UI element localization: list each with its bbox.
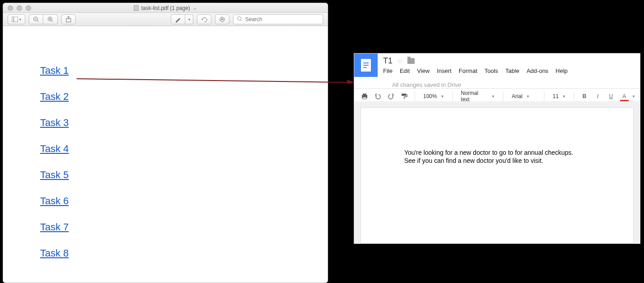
zoom-in-icon — [47, 16, 54, 22]
chevron-down-icon: ▼ — [526, 94, 530, 99]
preview-window: task-list.pdf (1 page) ⌄ ▾ — [3, 3, 328, 283]
bold-button[interactable]: B — [579, 90, 590, 102]
close-window-button[interactable] — [8, 5, 13, 11]
zoom-value: 100% — [423, 93, 437, 99]
star-icon[interactable]: ☆ — [397, 57, 403, 65]
menu-table[interactable]: Table — [505, 67, 519, 74]
markup-toggle-button[interactable] — [215, 14, 229, 24]
svg-line-13 — [241, 20, 242, 21]
window-title-text: task-list.pdf (1 page) — [141, 5, 190, 11]
chevron-down-icon: ▼ — [562, 94, 566, 99]
task-link-1[interactable]: Task 1 — [40, 65, 69, 76]
pdf-icon — [134, 5, 138, 11]
annotate-button[interactable] — [171, 14, 185, 24]
font-size-value: 11 — [553, 93, 558, 99]
sidebar-toggle-button[interactable]: ▾ — [8, 14, 25, 24]
docs-logo[interactable] — [354, 54, 378, 77]
chevron-down-icon[interactable]: ▼ — [632, 94, 635, 99]
window-title[interactable]: task-list.pdf (1 page) ⌄ — [134, 5, 197, 11]
document-canvas: You're looking for a new doctor to go to… — [354, 101, 640, 243]
google-docs-window: T1 ☆ File Edit View Insert Format Tools … — [354, 53, 640, 244]
font-value: Arial — [512, 93, 522, 99]
task-link-8[interactable]: Task 8 — [40, 247, 69, 259]
rotate-button[interactable] — [197, 14, 211, 24]
share-button[interactable] — [61, 14, 76, 24]
italic-button[interactable]: I — [592, 90, 604, 102]
minimize-window-button[interactable] — [17, 5, 22, 11]
undo-button[interactable] — [372, 90, 384, 102]
svg-line-6 — [51, 21, 53, 22]
pencil-icon — [175, 16, 181, 22]
svg-line-3 — [37, 21, 39, 22]
zoom-out-button[interactable] — [29, 14, 43, 24]
redo-icon — [388, 93, 395, 100]
underline-button[interactable]: U — [605, 90, 617, 102]
docs-icon — [361, 59, 371, 72]
folder-icon[interactable] — [407, 58, 415, 64]
document-page[interactable]: You're looking for a new doctor to go to… — [361, 108, 634, 243]
task-link-2[interactable]: Task 2 — [40, 91, 69, 103]
task-link-3[interactable]: Task 3 — [40, 117, 69, 129]
chevron-down-icon: ▼ — [441, 94, 444, 99]
save-status: All changes saved in Drive — [392, 81, 461, 88]
body-line-1: You're looking for a new doctor to go to… — [404, 148, 590, 157]
svg-marker-15 — [347, 80, 354, 84]
paint-roller-icon — [401, 93, 408, 100]
annotate-menu-button[interactable]: ▾ — [185, 14, 193, 24]
svg-rect-23 — [402, 94, 406, 96]
menu-view[interactable]: View — [417, 67, 429, 74]
menu-tools[interactable]: Tools — [484, 67, 498, 74]
rotate-icon — [201, 16, 207, 22]
svg-rect-22 — [363, 97, 366, 99]
doc-title[interactable]: T1 — [383, 56, 393, 66]
print-icon — [361, 93, 368, 100]
menu-file[interactable]: File — [383, 67, 393, 74]
zoom-select[interactable]: 100% ▼ — [420, 90, 448, 102]
style-value: Normal text — [461, 90, 488, 103]
svg-point-12 — [238, 17, 241, 20]
print-button[interactable] — [359, 90, 370, 102]
zoom-in-button[interactable] — [43, 14, 58, 24]
task-link-5[interactable]: Task 5 — [40, 169, 69, 181]
pdf-document: Task 1 Task 2 Task 3 Task 4 Task 5 Task … — [3, 26, 328, 283]
task-link-6[interactable]: Task 6 — [40, 195, 69, 207]
zoom-group — [29, 14, 58, 24]
menu-help[interactable]: Help — [556, 67, 568, 74]
doc-title-row: T1 ☆ — [383, 56, 635, 66]
menu-edit[interactable]: Edit — [400, 67, 410, 74]
font-size-select[interactable]: 11 ▼ — [549, 90, 569, 102]
menu-bar: File Edit View Insert Format Tools Table… — [383, 67, 635, 88]
menu-format[interactable]: Format — [459, 67, 477, 74]
svg-rect-0 — [12, 17, 18, 22]
window-titlebar[interactable]: task-list.pdf (1 page) ⌄ — [3, 3, 328, 13]
search-field[interactable] — [233, 14, 323, 24]
chevron-down-icon: ⌄ — [193, 5, 197, 11]
body-line-2: See if you can find a new doctor you'd l… — [404, 157, 590, 165]
markup-group: ▾ — [171, 14, 193, 24]
maximize-window-button[interactable] — [26, 5, 31, 11]
redo-button[interactable] — [385, 90, 397, 102]
menu-addons[interactable]: Add-ons — [526, 67, 548, 74]
paint-format-button[interactable] — [399, 90, 411, 102]
task-link-7[interactable]: Task 7 — [40, 221, 69, 233]
markup-icon — [219, 16, 225, 22]
search-icon — [237, 16, 242, 23]
style-select[interactable]: Normal text ▼ — [457, 90, 499, 102]
zoom-out-icon — [33, 16, 39, 22]
gdocs-header: T1 ☆ File Edit View Insert Format Tools … — [354, 54, 640, 88]
preview-toolbar: ▾ ▾ — [3, 13, 328, 26]
chevron-down-icon: ▾ — [188, 18, 190, 22]
search-input[interactable] — [245, 16, 319, 22]
task-link-list: Task 1 Task 2 Task 3 Task 4 Task 5 Task … — [40, 65, 69, 259]
menu-insert[interactable]: Insert — [437, 67, 452, 74]
svg-rect-21 — [363, 94, 366, 95]
text-color-button[interactable]: A — [619, 90, 630, 102]
undo-icon — [374, 93, 381, 100]
sidebar-icon — [12, 17, 18, 22]
sidebar-toggle-group: ▾ — [8, 14, 25, 24]
traffic-lights — [3, 5, 31, 11]
chevron-down-icon: ▼ — [491, 94, 495, 99]
chevron-down-icon: ▾ — [19, 18, 21, 22]
font-select[interactable]: Arial ▼ — [508, 90, 539, 102]
task-link-4[interactable]: Task 4 — [40, 143, 69, 155]
